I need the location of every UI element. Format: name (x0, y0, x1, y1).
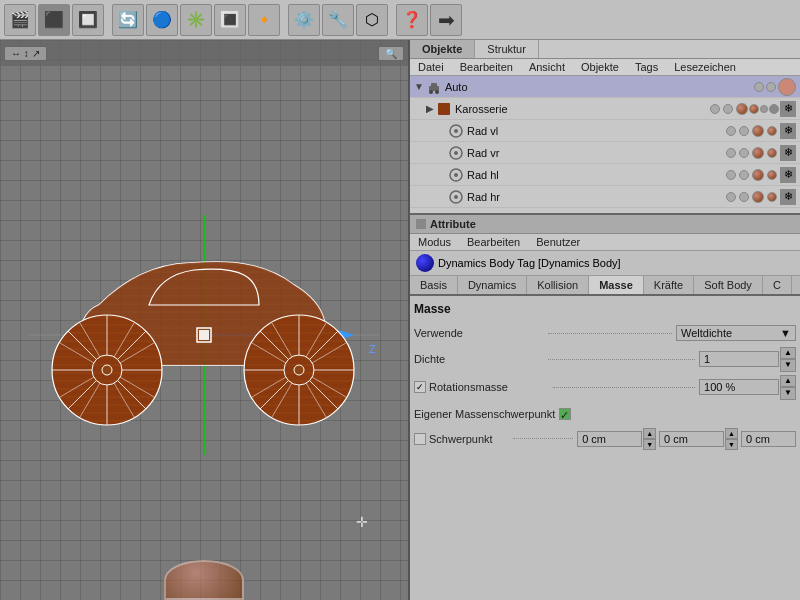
tag-snowflake: ❄ (780, 145, 796, 161)
tag-snowflake: ❄ (780, 189, 796, 205)
attr-label-dichte: Dichte (414, 353, 544, 365)
rotmasse-value[interactable]: 100 % (699, 379, 779, 395)
obj-menu-bearbeiten[interactable]: Bearbeiten (456, 60, 517, 74)
obj-label-radvr: Rad vr (467, 147, 726, 159)
obj-dots-radhr: ❄ (726, 189, 796, 205)
toolbar-icon-3[interactable]: 🔄 (112, 4, 144, 36)
toolbar-icon-7[interactable]: 🔸 (248, 4, 280, 36)
obj-row-auto[interactable]: ▼ Auto (410, 76, 800, 98)
toolbar-icon-4[interactable]: 🔵 (146, 4, 178, 36)
toolbar-icon-6[interactable]: 🔳 (214, 4, 246, 36)
viewport-tb-move[interactable]: ↔ ↕ ↗ (4, 46, 47, 61)
tag-label: Dynamics Body Tag [Dynamics Body] (438, 257, 621, 269)
svg-point-62 (454, 151, 458, 155)
car-svg: Z (19, 205, 389, 465)
obj-menu-tags[interactable]: Tags (631, 60, 662, 74)
obj-icon-radhr (448, 189, 464, 205)
attr-menubar: Modus Bearbeiten Benutzer (410, 234, 800, 251)
tag-ball (767, 148, 777, 158)
sp-x-down[interactable]: ▼ (643, 439, 656, 450)
schwerpunkt-y-group: ▲ ▼ (659, 428, 738, 450)
obj-arrow-auto[interactable]: ▼ (414, 81, 424, 92)
dots-line (548, 359, 695, 360)
tag-ball (752, 169, 764, 181)
sp-spinners-y: ▲ ▼ (725, 428, 738, 450)
toolbar-icon-10[interactable]: ⬡ (356, 4, 388, 36)
schwerpunkt-x-group: ▲ ▼ (577, 428, 656, 450)
toolbar-icon-9[interactable]: 🔧 (322, 4, 354, 36)
toolbar-icon-8[interactable]: ⚙️ (288, 4, 320, 36)
attr-menu-benutzer[interactable]: Benutzer (532, 235, 584, 249)
toolbar-icon-11[interactable]: ❓ (396, 4, 428, 36)
toolbar-icon-1[interactable]: ⬛ (38, 4, 70, 36)
attr-header: Attribute (410, 215, 800, 234)
object-list: ▼ Auto ▶ (410, 76, 800, 213)
sp-y-up[interactable]: ▲ (725, 428, 738, 439)
obj-row-karosserie[interactable]: ▶ Karosserie (410, 98, 800, 120)
obj-menu-objekte[interactable]: Objekte (577, 60, 623, 74)
obj-menu-datei[interactable]: Datei (414, 60, 448, 74)
obj-dots-auto (754, 78, 796, 96)
viewport[interactable]: ↔ ↕ ↗ 🔍 Z (0, 40, 410, 600)
tag-snowflake: ❄ (780, 123, 796, 139)
schwerpunkt-z-group (741, 428, 796, 450)
obj-row-radvl[interactable]: ▶ Rad vl ❄ (410, 120, 800, 142)
toolbar-icon-5[interactable]: ✳️ (180, 4, 212, 36)
schwerpunkt-checkbox[interactable] (414, 433, 426, 445)
dichte-spin-up[interactable]: ▲ (780, 347, 796, 359)
tab-c[interactable]: C (763, 276, 792, 294)
attr-menu-modus[interactable]: Modus (414, 235, 455, 249)
obj-row-radvr[interactable]: ▶ Rad vr ❄ (410, 142, 800, 164)
toolbar-icon-0[interactable]: 🎬 (4, 4, 36, 36)
obj-icon-radhl (448, 167, 464, 183)
dichte-value[interactable]: 1 (699, 351, 779, 367)
sp-spinners-x: ▲ ▼ (643, 428, 656, 450)
dot (739, 192, 749, 202)
tab-basis[interactable]: Basis (410, 276, 458, 294)
schwerpunkt-z[interactable] (741, 431, 796, 447)
tab-kraefte[interactable]: Kräfte (644, 276, 694, 294)
attribute-panel: Attribute Modus Bearbeiten Benutzer Dyna… (410, 215, 800, 600)
attr-row-dichte: Dichte 1 ▲ ▼ (414, 347, 796, 372)
obj-row-radhr[interactable]: ▶ Rad hr ❄ (410, 186, 800, 208)
tab-objekte[interactable]: Objekte (410, 40, 475, 58)
tag-ball (752, 125, 764, 137)
car-canvas: Z (0, 70, 408, 600)
tab-kollision[interactable]: Kollision (527, 276, 589, 294)
sp-x-up[interactable]: ▲ (643, 428, 656, 439)
attr-row-massenschwerpunkt: Eigener Massenschwerpunkt ✓ (414, 403, 796, 425)
attr-menu-bearbeiten[interactable]: Bearbeiten (463, 235, 524, 249)
dichte-spin-down[interactable]: ▼ (780, 359, 796, 371)
rotmasse-spin-down[interactable]: ▼ (780, 387, 796, 399)
obj-row-radhl[interactable]: ▶ Rad hl ❄ (410, 164, 800, 186)
dot (778, 78, 796, 96)
tab-masse[interactable]: Masse (589, 276, 644, 294)
viewport-tb-zoom[interactable]: 🔍 (378, 46, 404, 61)
dot (739, 170, 749, 180)
obj-dots-karosserie: ❄ (710, 101, 796, 117)
obj-menu-lesezeichen[interactable]: Lesezeichen (670, 60, 740, 74)
attr-tabs: Basis Dynamics Kollision Masse Kräfte So… (410, 276, 800, 296)
eigener-checkbox[interactable]: ✓ (559, 408, 571, 420)
dot (739, 126, 749, 136)
schwerpunkt-y[interactable] (659, 431, 724, 447)
schwerpunkt-x[interactable] (577, 431, 642, 447)
rotmasse-checkbox[interactable] (414, 381, 426, 393)
obj-icon-karosserie (436, 101, 452, 117)
tab-struktur[interactable]: Struktur (475, 40, 539, 58)
sp-y-down[interactable]: ▼ (725, 439, 738, 450)
dot (766, 82, 776, 92)
tab-dynamics[interactable]: Dynamics (458, 276, 527, 294)
obj-menu-ansicht[interactable]: Ansicht (525, 60, 569, 74)
attr-label-rotmasse: Rotationsmasse (429, 381, 549, 393)
rotmasse-spin-up[interactable]: ▲ (780, 375, 796, 387)
tag-ball (752, 147, 764, 159)
tab-softbody[interactable]: Soft Body (694, 276, 763, 294)
toolbar-icon-2[interactable]: 🔲 (72, 4, 104, 36)
top-toolbar: 🎬 ⬛ 🔲 🔄 🔵 ✳️ 🔳 🔸 ⚙️ 🔧 ⬡ ❓ ➡ (0, 0, 800, 40)
verwende-dropdown[interactable]: Weltdichte ▼ (676, 325, 796, 341)
attr-row-verwende: Verwende Weltdichte ▼ (414, 322, 796, 344)
obj-icon-auto (426, 79, 442, 95)
toolbar-icon-12[interactable]: ➡ (430, 4, 462, 36)
obj-arrow-karosserie[interactable]: ▶ (426, 103, 434, 114)
